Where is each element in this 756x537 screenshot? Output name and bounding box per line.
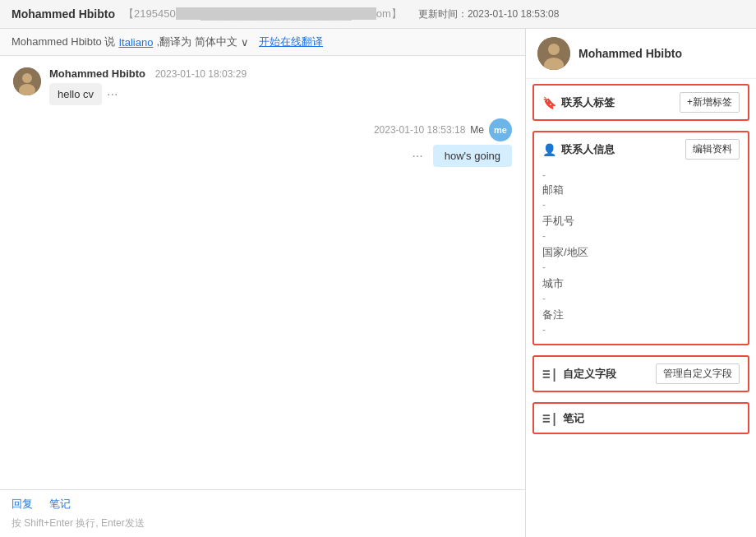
email-label: 邮箱 [542,183,740,197]
top-bar: Mohammed Hbibto 【2195450████████████████… [0,0,756,29]
chat-area: Mohammed Hbibto 2023-01-10 18:03:29 hell… [0,56,525,489]
received-more[interactable]: ··· [107,87,118,102]
add-tag-button[interactable]: +新增标签 [680,92,740,113]
notes-icon: ≡| [542,410,558,426]
city-value: - [542,293,740,304]
translate-lang-link[interactable]: Italiano [118,36,153,49]
custom-fields-section: ≡| 自定义字段 管理自定义字段 [532,355,749,392]
sent-me-label: Me [470,124,484,136]
message-sent: 2023-01-10 18:53:18 Me me ··· how's goin… [13,118,512,167]
person-icon: 👤 [542,143,556,156]
translate-bar: Mohammed Hbibto 说 Italiano ,翻译为 简体中文 ∨ 开… [0,29,525,56]
received-sender: Mohammed Hbibto [49,67,145,80]
contact-info-section: 👤 联系人信息 编辑资料 - 邮箱 - 手机号 - 国家/地区 - 城市 - 备… [532,131,749,345]
contact-info-header: 👤 联系人信息 编辑资料 [534,132,748,166]
received-content: Mohammed Hbibto 2023-01-10 18:03:29 hell… [49,67,247,105]
contact-info-title: 👤 联系人信息 [542,142,615,157]
sender-avatar [13,67,41,95]
sent-row: ··· how's going [412,145,512,167]
received-time: 2023-01-10 18:03:29 [155,68,247,80]
translate-target: 简体中文 [195,35,237,49]
right-avatar [537,37,570,70]
translate-arrow[interactable]: ∨ [241,36,249,49]
edit-profile-button[interactable]: 编辑资料 [685,139,740,160]
sent-more[interactable]: ··· [412,149,422,164]
custom-fields-icon: ≡| [542,366,558,382]
tags-title: 🔖 联系人标签 [542,95,615,110]
right-header: Mohammed Hbibto [526,29,756,79]
main-container: Mohammed Hbibto 说 Italiano ,翻译为 简体中文 ∨ 开… [0,29,756,537]
received-bubble: hello cv [49,83,102,105]
tag-icon: 🔖 [542,96,556,109]
manage-fields-button[interactable]: 管理自定义字段 [656,363,740,384]
translate-prefix: Mohammed Hbibto 说 [12,35,115,49]
phone-value: - [542,230,740,242]
country-label: 国家/地区 [542,245,740,260]
received-header: Mohammed Hbibto 2023-01-10 18:03:29 [49,67,247,80]
sent-time: 2023-01-10 18:53:18 [374,124,465,136]
notes-header: ≡| 笔记 [534,404,748,433]
notes-value-info: - [542,324,740,336]
input-area: 回复 笔记 按 Shift+Enter 换行, Enter发送 [0,489,525,537]
notes-label-info: 备注 [542,308,740,322]
reply-button[interactable]: 回复 [12,497,33,512]
svg-point-4 [548,44,560,55]
contact-name: Mohammed Hbibto [12,7,115,21]
sent-meta: 2023-01-10 18:53:18 Me me [374,118,512,141]
input-actions: 回复 笔记 [12,497,514,512]
custom-fields-header: ≡| 自定义字段 管理自定义字段 [534,357,748,391]
sent-bubble: how's going [433,145,512,167]
custom-fields-title: ≡| 自定义字段 [542,366,616,382]
me-avatar: me [489,118,512,141]
tags-header: 🔖 联系人标签 +新增标签 [534,86,748,119]
country-value: - [542,262,740,273]
input-hint: 按 Shift+Enter 换行, Enter发送 [12,516,514,530]
contact-id: 【2195450████████████████████om】 [123,7,402,21]
email-dash: - [542,169,740,181]
update-time: 更新时间：2023-01-10 18:53:08 [418,7,559,21]
notes-section: ≡| 笔记 [532,402,749,434]
svg-point-1 [22,73,32,83]
phone-label: 手机号 [542,214,740,229]
right-contact-name: Mohammed Hbibto [579,47,682,60]
contact-info-body: - 邮箱 - 手机号 - 国家/地区 - 城市 - 备注 - [534,166,748,344]
translate-mid: ,翻译为 [156,35,191,49]
translate-action-btn[interactable]: 开始在线翻译 [259,35,323,49]
tags-section: 🔖 联系人标签 +新增标签 [532,84,749,121]
notes-button[interactable]: 笔记 [49,497,71,512]
right-panel: Mohammed Hbibto 🔖 联系人标签 +新增标签 👤 联系人信息 编辑… [526,29,756,537]
left-panel: Mohammed Hbibto 说 Italiano ,翻译为 简体中文 ∨ 开… [0,29,526,537]
message-received: Mohammed Hbibto 2023-01-10 18:03:29 hell… [13,67,512,105]
email-value: - [542,199,740,211]
city-label: 城市 [542,276,740,291]
